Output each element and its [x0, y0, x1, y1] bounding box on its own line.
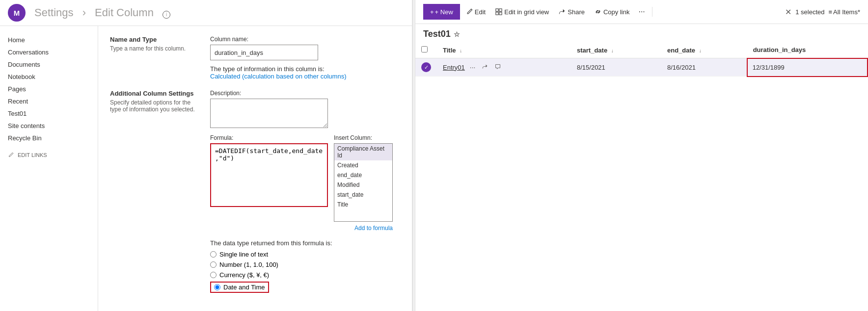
list-area: Title ↓ start_date ↓ end_date ↓ duration…	[415, 42, 868, 311]
select-all-checkbox[interactable]	[421, 46, 428, 52]
list-item[interactable]: Modified	[334, 180, 392, 190]
column-list: Compliance Asset Id Created end_date Mod…	[334, 143, 393, 222]
list-item[interactable]: Title	[334, 200, 392, 209]
row-check-cell[interactable]: ✓	[415, 58, 437, 77]
sort-title-icon: ↓	[460, 48, 462, 53]
additional-settings-label: Additional Column Settings	[110, 90, 198, 97]
radio-currency[interactable]: Currency ($, ¥, €)	[210, 271, 400, 279]
deselect-button[interactable]: ✕	[785, 7, 791, 17]
edit-grid-button[interactable]: Edit in grid view	[491, 4, 553, 20]
toolbar-separator	[652, 7, 652, 17]
edit-links-button[interactable]: EDIT LINKS	[0, 148, 98, 162]
sidebar-item-recent[interactable]: Recent	[0, 95, 98, 107]
radio-datetime[interactable]: Date and Time	[210, 282, 269, 293]
formula-input[interactable]: =DATEDIF(start_date,end_date,"d")	[210, 143, 328, 207]
new-button[interactable]: + + New	[423, 4, 460, 20]
all-items-button[interactable]: ≡ All Items*	[829, 8, 861, 16]
edit-button[interactable]: Edit	[462, 4, 489, 20]
row-comment-icon	[495, 64, 501, 70]
col-start-date[interactable]: start_date ↓	[571, 42, 661, 58]
edit-icon	[466, 8, 473, 15]
col-duration[interactable]: duration_in_days	[747, 42, 868, 58]
sidebar-item-test01[interactable]: Test01	[0, 107, 98, 120]
radio-currency-input[interactable]	[210, 272, 217, 278]
list-title-area: Test01 ☆	[415, 24, 868, 42]
filter-icon: ≡	[829, 8, 833, 16]
description-label: Description:	[210, 90, 400, 97]
description-input[interactable]	[210, 99, 328, 128]
list-item[interactable]: Compliance Asset Id	[334, 144, 392, 160]
share-button[interactable]: Share	[555, 4, 589, 20]
sidebar-item-conversations[interactable]: Conversations	[0, 46, 98, 58]
column-type-value: Calculated (calculation based on other c…	[210, 73, 347, 80]
share-icon	[559, 8, 566, 15]
radio-number-input[interactable]	[210, 261, 217, 268]
list-table: Title ↓ start_date ↓ end_date ↓ duration…	[415, 42, 868, 77]
list-item[interactable]: start_date	[334, 190, 392, 200]
col-duration-label: duration_in_days	[753, 46, 806, 53]
row-duration-cell: 12/31/1899	[747, 58, 868, 77]
row-comment-button[interactable]	[493, 62, 503, 72]
sidebar-item-home[interactable]: Home	[0, 34, 98, 46]
plus-icon: +	[430, 8, 434, 16]
radio-datetime-input[interactable]	[214, 284, 220, 290]
radio-number-label: Number (1, 1.0, 100)	[219, 261, 278, 268]
radio-datetime-label: Date and Time	[223, 284, 265, 291]
edit-label: Edit	[475, 8, 486, 16]
radio-number[interactable]: Number (1, 1.0, 100)	[210, 261, 400, 268]
col-start-date-label: start_date	[577, 47, 607, 54]
list-item[interactable]: Created	[334, 160, 392, 170]
svg-rect-0	[496, 9, 498, 11]
copy-link-label: Copy link	[603, 8, 629, 16]
sidebar-item-site-contents[interactable]: Site contents	[0, 120, 98, 132]
select-all-header[interactable]	[415, 42, 437, 58]
grid-icon	[495, 8, 502, 15]
col-title[interactable]: Title ↓	[437, 42, 571, 58]
additional-settings-sub: Specify detailed options for the type of…	[110, 99, 198, 113]
sidebar-item-recycle-bin[interactable]: Recycle Bin	[0, 132, 98, 144]
column-type-desc: The type of information in this column i…	[210, 65, 400, 80]
row-share-button[interactable]	[480, 62, 490, 72]
col-end-date-label: end_date	[667, 47, 695, 54]
radio-currency-label: Currency ($, ¥, €)	[219, 271, 269, 279]
all-items-label: All Items*	[833, 8, 860, 16]
list-item[interactable]: end_date	[334, 170, 392, 180]
edit-links-label: EDIT LINKS	[18, 152, 47, 158]
edit-grid-label: Edit in grid view	[504, 8, 549, 16]
col-end-date[interactable]: end_date ↓	[661, 42, 747, 58]
row-title-value[interactable]: Entry01	[443, 64, 465, 71]
form-area: Name and Type Type a name for this colum…	[98, 26, 412, 311]
pencil-icon	[8, 152, 14, 158]
radio-single-line[interactable]: Single line of text	[210, 251, 400, 258]
star-icon[interactable]: ☆	[454, 30, 460, 38]
row-end-date-cell: 8/16/2021	[661, 58, 747, 77]
more-button[interactable]: ···	[635, 5, 648, 18]
row-more-button[interactable]: ···	[468, 62, 478, 72]
new-label: + New	[435, 8, 453, 16]
share-label: Share	[568, 8, 585, 16]
insert-column-label: Insert Column:	[334, 134, 393, 141]
row-title-cell: Entry01 ···	[437, 58, 571, 77]
svg-rect-1	[499, 9, 502, 11]
radio-single-line-input[interactable]	[210, 251, 217, 258]
add-to-formula-button[interactable]: Add to formula	[334, 224, 393, 233]
column-name-input[interactable]	[210, 45, 318, 60]
selected-badge: 1 selected	[795, 8, 824, 16]
col-title-label: Title	[443, 47, 456, 54]
svg-rect-2	[496, 12, 498, 15]
radio-single-line-label: Single line of text	[219, 251, 268, 258]
name-type-label: Name and Type	[110, 36, 198, 43]
sidebar-item-documents[interactable]: Documents	[0, 58, 98, 71]
copy-link-button[interactable]: Copy link	[591, 4, 633, 20]
row-start-date-cell: 8/15/2021	[571, 58, 661, 77]
sidebar-item-pages[interactable]: Pages	[0, 83, 98, 95]
svg-rect-3	[499, 12, 502, 15]
page-title: Settings › Edit Column i	[31, 6, 173, 19]
row-share-icon	[482, 64, 488, 70]
column-name-label: Column name:	[210, 36, 400, 43]
sidebar-item-notebook[interactable]: Notebook	[0, 71, 98, 83]
link-icon	[595, 8, 601, 15]
data-type-title: The data type returned from this formula…	[210, 239, 400, 247]
list-title-text: Test01	[423, 29, 451, 39]
info-icon[interactable]: i	[163, 11, 170, 19]
